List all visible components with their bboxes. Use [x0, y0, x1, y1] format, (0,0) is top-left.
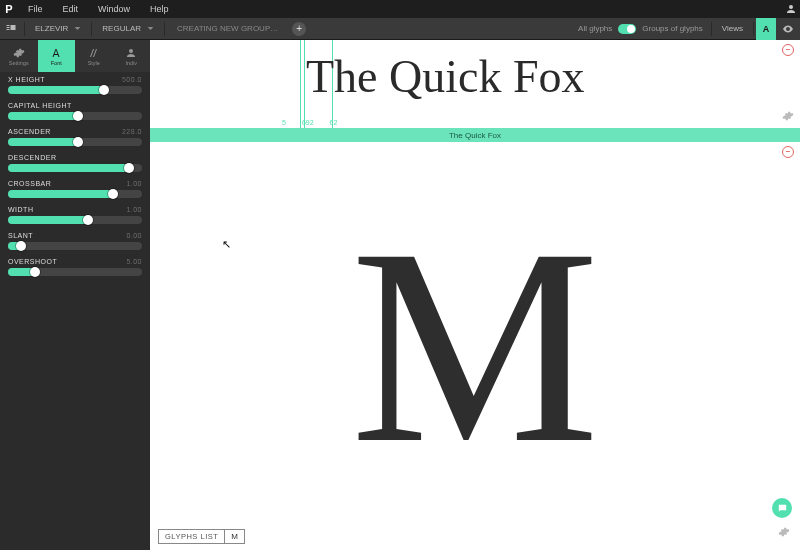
sidebar-tab-settings[interactable]: Settings [0, 40, 38, 72]
param-slider[interactable] [8, 216, 142, 224]
param-overshoot: OVERSHOOT5.00 [8, 258, 142, 276]
style-icon [88, 47, 100, 59]
chat-fab-button[interactable] [772, 498, 792, 518]
mode-preview-button[interactable] [776, 18, 800, 40]
param-value: 1.00 [126, 180, 142, 187]
sidebar-tab-label: Font [51, 60, 62, 66]
param-value: 228.0 [122, 128, 142, 135]
param-x-height: X HEIGHT500.0 [8, 76, 142, 94]
filter-toggle[interactable] [618, 24, 636, 34]
param-value: 500.0 [122, 76, 142, 83]
param-slider[interactable] [8, 242, 142, 250]
glyph-area: − ↖ M GLYPHS LIST M [150, 142, 800, 550]
param-value: 0.00 [126, 232, 142, 239]
metric-value: 692 [302, 119, 314, 126]
param-value: 5.00 [126, 258, 142, 265]
gear-icon [778, 526, 790, 538]
app-logo[interactable]: P [0, 0, 18, 18]
metric-value: 5 [282, 119, 286, 126]
param-label: CAPITAL HEIGHT [8, 102, 72, 109]
preview-strip: The Quick Fox 5 692 62 − [150, 40, 800, 128]
param-slant: SLANT0.00 [8, 232, 142, 250]
param-slider[interactable] [8, 86, 142, 94]
sidebar-tab-style[interactable]: Style [75, 40, 113, 72]
sidebar-tabs: Settings Font Style Indiv [0, 40, 150, 72]
glyphs-list-bar: GLYPHS LIST M [158, 529, 245, 544]
filter-all-label: All glyphs [578, 24, 612, 33]
canvas: The Quick Fox 5 692 62 − The Quick Fox −… [150, 40, 800, 550]
param-descender: DESCENDER [8, 154, 142, 172]
current-glyph-indicator: M [225, 529, 245, 544]
param-label: ASCENDER [8, 128, 51, 135]
user-icon [125, 47, 137, 59]
font-variant-dropdown[interactable]: REGULAR [94, 24, 162, 33]
sidebar-tab-font[interactable]: Font [38, 40, 76, 72]
menu-edit[interactable]: Edit [53, 4, 89, 14]
param-capital-height: CAPITAL HEIGHT [8, 102, 142, 120]
param-label: X HEIGHT [8, 76, 45, 83]
font-family-dropdown[interactable]: ELZEVIR [27, 24, 89, 33]
preview-label-bar[interactable]: The Quick Fox [150, 128, 800, 142]
mode-letter-button[interactable]: A [756, 18, 776, 40]
param-slider[interactable] [8, 164, 142, 172]
font-icon [50, 47, 62, 59]
gear-icon [782, 110, 794, 122]
param-ascender: ASCENDER228.0 [8, 128, 142, 146]
param-width: WIDTH1.00 [8, 206, 142, 224]
library-icon[interactable] [0, 18, 22, 40]
sidebar-tab-indiv[interactable]: Indiv [113, 40, 151, 72]
metric-value: 62 [330, 119, 338, 126]
param-label: SLANT [8, 232, 33, 239]
filter-all-glyphs[interactable]: All glyphs Groups of glyphs [572, 24, 709, 34]
glyph-settings-button[interactable] [778, 524, 790, 542]
sidebar-tab-label: Settings [9, 60, 29, 66]
sidebar: Settings Font Style Indiv X HEIGHT500.0C… [0, 40, 150, 550]
chevron-down-icon [147, 25, 154, 32]
chat-icon [777, 503, 788, 514]
font-family-label: ELZEVIR [35, 24, 68, 33]
param-slider[interactable] [8, 138, 142, 146]
menu-window[interactable]: Window [88, 4, 140, 14]
param-slider[interactable] [8, 190, 142, 198]
sidebar-tab-label: Indiv [125, 60, 137, 66]
gear-icon [13, 47, 25, 59]
param-label: OVERSHOOT [8, 258, 57, 265]
guide-line [300, 40, 301, 128]
param-slider[interactable] [8, 112, 142, 120]
close-glyph-button[interactable]: − [782, 146, 794, 158]
preview-sample-text[interactable]: The Quick Fox [306, 50, 585, 103]
sidebar-tab-label: Style [88, 60, 100, 66]
account-icon[interactable] [782, 0, 800, 18]
menubar: P File Edit Window Help [0, 0, 800, 18]
menu-file[interactable]: File [18, 4, 53, 14]
cursor-icon: ↖ [222, 238, 231, 251]
param-label: WIDTH [8, 206, 33, 213]
param-value: 1.00 [126, 206, 142, 213]
font-variant-label: REGULAR [102, 24, 141, 33]
breadcrumb: CREATING NEW GROUP… [167, 24, 288, 33]
param-crossbar: CROSSBAR1.00 [8, 180, 142, 198]
views-dropdown[interactable]: Views [714, 24, 751, 33]
preview-settings-button[interactable] [782, 108, 794, 126]
glyphs-list-button[interactable]: GLYPHS LIST [158, 529, 225, 544]
preview-metrics: 5 692 62 [282, 119, 337, 126]
param-label: DESCENDER [8, 154, 56, 161]
sidebar-body: X HEIGHT500.0CAPITAL HEIGHTASCENDER228.0… [0, 72, 150, 292]
close-preview-button[interactable]: − [782, 44, 794, 56]
chevron-down-icon [74, 25, 81, 32]
menu-help[interactable]: Help [140, 4, 179, 14]
param-slider[interactable] [8, 268, 142, 276]
add-group-button[interactable]: + [292, 22, 306, 36]
filter-groups-label: Groups of glyphs [642, 24, 702, 33]
param-label: CROSSBAR [8, 180, 51, 187]
guide-line [304, 40, 305, 128]
glyph-preview[interactable]: M [351, 206, 600, 486]
toolbar: ELZEVIR REGULAR CREATING NEW GROUP… + Al… [0, 18, 800, 40]
